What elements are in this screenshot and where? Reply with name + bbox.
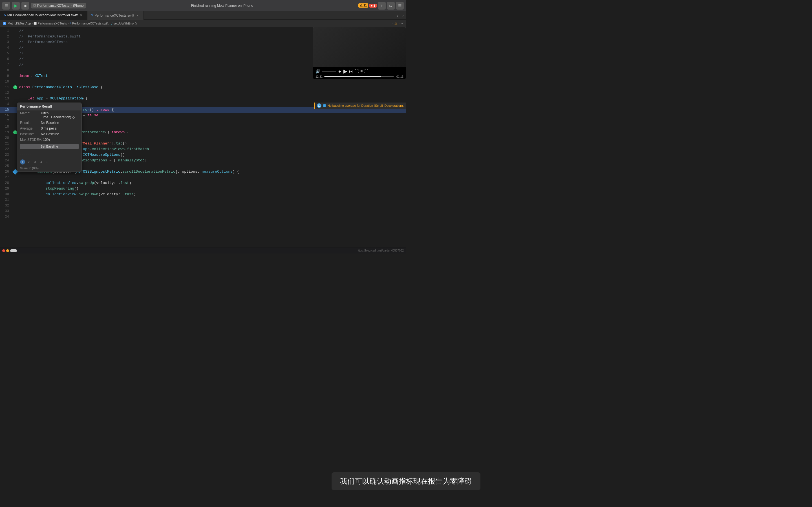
layout-button[interactable]: ⇆ bbox=[387, 2, 395, 10]
code-line-12: 12 bbox=[0, 90, 406, 96]
inspector-button[interactable]: ☰ bbox=[396, 2, 404, 10]
breadcrumb: A MetricKitTestApp › ⬜ PerformanceXCTest… bbox=[0, 20, 406, 27]
bottom-bar: https://blog.csdn.net/baidu_40537062 bbox=[0, 247, 406, 253]
video-ctrl-buttons-row: 🔊 ⏮ ▶ ⏭ ⛶ ≡ ⛶ bbox=[315, 68, 403, 74]
breadcrumb-list[interactable]: ≡ bbox=[402, 22, 403, 25]
perf-stddev-value: 10% bbox=[43, 138, 50, 142]
breadcrumb-sep-1: › bbox=[32, 22, 33, 25]
warning-line-num: 12 bbox=[317, 103, 321, 108]
top-toolbar: ☰ ▶ ■ ☐ PerformanceXCTests › iPhone Fini… bbox=[0, 0, 406, 11]
rewind-button[interactable]: ⏮ bbox=[338, 69, 342, 73]
video-time-remaining: -01:13 bbox=[396, 75, 403, 78]
page-5-button[interactable]: 5 bbox=[45, 159, 50, 165]
perf-baseline-label: Baseline: bbox=[20, 132, 40, 136]
perf-average-row: Average: 0 ms per s bbox=[17, 126, 82, 131]
perf-stddev-label: Max STDDEV: bbox=[20, 138, 42, 142]
perf-stddev-row: Max STDDEV: 10% bbox=[17, 137, 82, 143]
test-pass-indicator-19[interactable]: ✓ bbox=[13, 130, 17, 134]
test-pass-indicator-11[interactable]: ✓ bbox=[13, 86, 17, 89]
page-4-button[interactable]: 4 bbox=[39, 159, 44, 165]
perf-metric-label: Metric: bbox=[20, 111, 40, 119]
status-dots bbox=[2, 249, 17, 252]
perf-pagination: 1 2 3 4 5 bbox=[17, 158, 82, 166]
fullscreen-button[interactable]: ⛶ bbox=[364, 69, 368, 73]
code-line-34: 34 bbox=[0, 214, 406, 220]
code-line-31: 31 - - - - - - bbox=[0, 197, 406, 203]
breadcrumb-warning-icon: ⚠ bbox=[395, 21, 398, 25]
inline-warning: 12 ◇ No baseline average for Duration (S… bbox=[314, 103, 406, 109]
code-line-27: 27 bbox=[0, 175, 406, 180]
breadcrumb-project[interactable]: MetricKitTestApp bbox=[8, 22, 31, 25]
perf-baseline-row: Baseline: No Baseline bbox=[17, 131, 82, 137]
tab-mktmealplanner[interactable]: S MKTMealPlannerCollectionViewController… bbox=[0, 11, 87, 20]
breadcrumb-forward[interactable]: › bbox=[398, 22, 400, 25]
perf-average-label: Average: bbox=[20, 126, 40, 130]
video-time-current: 12:31 bbox=[315, 75, 322, 78]
code-line-10: 10 bbox=[0, 79, 406, 84]
perf-metric-value: Hitch Time...Deceleration) ◇ bbox=[41, 111, 79, 119]
project-icon: A bbox=[3, 22, 6, 25]
perf-popup-header: Performance Result bbox=[17, 103, 82, 110]
add-button[interactable]: + bbox=[378, 2, 386, 10]
warnings-badge: ⚠ 11 bbox=[358, 3, 368, 8]
video-progress-fill bbox=[324, 76, 381, 77]
breadcrumb-method[interactable]: setUpWithError() bbox=[114, 22, 137, 25]
video-content-area bbox=[313, 27, 406, 67]
stop-button[interactable]: ■ bbox=[21, 2, 29, 10]
caption-button[interactable]: ≡ bbox=[360, 69, 363, 73]
errors-badge: ● 1 bbox=[369, 4, 377, 8]
tab-close-1[interactable]: ✕ bbox=[136, 13, 140, 17]
page-3-button[interactable]: 3 bbox=[33, 159, 38, 165]
breadcrumb-sep-2: › bbox=[68, 22, 69, 25]
dot-message[interactable] bbox=[10, 249, 17, 252]
breadcrumb-back[interactable]: ‹ bbox=[393, 22, 394, 25]
editor-tabs: S MKTMealPlannerCollectionViewController… bbox=[0, 11, 406, 20]
warning-indicator-icon: ◇ bbox=[323, 104, 326, 107]
tab-close-0[interactable]: ✕ bbox=[79, 13, 83, 17]
status-url: https://blog.csdn.net/baidu_40537062 bbox=[18, 249, 404, 252]
tab-nav-left[interactable]: ‹ bbox=[395, 13, 400, 18]
perf-result-value: No Baseline bbox=[41, 121, 59, 125]
screen-button[interactable]: ⛶ bbox=[355, 69, 359, 73]
code-editor[interactable]: 1 // 2 // PerformanceXCTests.swift 3 // … bbox=[0, 27, 406, 247]
dot-orange[interactable] bbox=[6, 249, 9, 252]
perf-result-label: Result: bbox=[20, 121, 40, 125]
code-line-11: 11 ✓ class PerformanceXCTests: XCTestCas… bbox=[0, 84, 406, 90]
run-status: Finished running Meal Planner on iPhone bbox=[88, 4, 357, 8]
warning-text: No baseline average for Duration (Scroll… bbox=[327, 104, 404, 107]
code-line-29: 29 stopMeasuring() bbox=[0, 186, 406, 191]
perf-result-row: Result: No Baseline bbox=[17, 120, 82, 126]
perf-metric-row: Metric: Hitch Time...Deceleration) ◇ bbox=[17, 110, 82, 120]
set-baseline-button[interactable]: Set Baseline bbox=[20, 144, 79, 149]
fast-forward-button[interactable]: ⏭ bbox=[349, 69, 353, 73]
tab-performancexctests[interactable]: S PerformanceXCTests.swift ✕ bbox=[87, 11, 144, 20]
perf-average-value: 0 ms per s bbox=[41, 126, 57, 130]
breadcrumb-file[interactable]: PerformanceXCTests.swift bbox=[72, 22, 109, 25]
scheme-selector[interactable]: ☐ PerformanceXCTests › iPhone bbox=[31, 3, 86, 8]
page-2-button[interactable]: 2 bbox=[26, 159, 31, 165]
perf-chart: - - - - - - bbox=[17, 151, 82, 158]
breadcrumb-sep-3: › bbox=[109, 22, 110, 25]
code-line-32: 32 bbox=[0, 203, 406, 209]
code-line-13: 13 let app = XCUIApplication() bbox=[0, 96, 406, 101]
play-pause-button[interactable]: ▶ bbox=[343, 68, 347, 74]
performance-result-popup: Performance Result Metric: Hitch Time...… bbox=[17, 103, 82, 172]
page-1-button[interactable]: 1 bbox=[20, 159, 25, 165]
code-line-28: 28 collectionView.swipeUp(velocity: .fas… bbox=[0, 180, 406, 186]
sidebar-toggle-button[interactable]: ☰ bbox=[2, 2, 10, 10]
breadcrumb-folder[interactable]: PerformanceXCTests bbox=[38, 22, 67, 25]
toolbar-right: ⚠ 11 ● 1 + ⇆ ☰ bbox=[358, 2, 404, 10]
play-button[interactable]: ▶ bbox=[12, 2, 20, 10]
video-progress-bar[interactable] bbox=[324, 76, 394, 77]
main-area: 1 // 2 // PerformanceXCTests.swift 3 // … bbox=[0, 27, 406, 247]
volume-bar[interactable] bbox=[322, 71, 336, 71]
video-player: 🔊 ⏮ ▶ ⏭ ⛶ ≡ ⛶ 12:31 -01:13 bbox=[313, 27, 406, 79]
tab-nav-right[interactable]: › bbox=[400, 13, 406, 18]
dot-red[interactable] bbox=[2, 249, 5, 252]
video-progress-row: 12:31 -01:13 bbox=[315, 75, 403, 78]
code-line-33: 33 bbox=[0, 209, 406, 214]
perf-baseline-value: No Baseline bbox=[41, 132, 59, 136]
code-line-30: 30 collectionView.swipeDown(velocity: .f… bbox=[0, 191, 406, 197]
volume-icon[interactable]: 🔊 bbox=[315, 69, 320, 73]
perf-value-bottom: Value: 0 (0%) bbox=[17, 166, 82, 172]
